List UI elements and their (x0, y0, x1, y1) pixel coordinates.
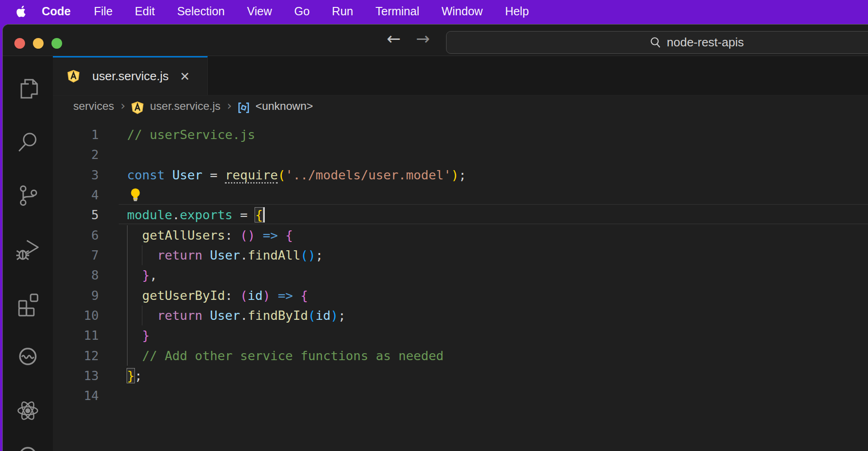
menu-item-file[interactable]: File (83, 5, 124, 18)
react-native-icon[interactable] (14, 397, 41, 424)
menu-item-window[interactable]: Window (430, 5, 494, 18)
code-token (127, 228, 142, 242)
source-control-icon[interactable] (16, 184, 40, 208)
code-token: = (233, 208, 255, 222)
extensions-icon[interactable] (14, 290, 41, 317)
circle-partial-icon[interactable] (15, 443, 41, 451)
line-content: const User = require('../models/user.mod… (127, 165, 868, 185)
code-token (278, 228, 285, 242)
code-token (127, 328, 142, 343)
search-sidebar-icon[interactable] (16, 130, 40, 154)
code-token: . (172, 208, 180, 222)
line-content: }; (127, 366, 868, 386)
line-number[interactable]: 11 (53, 325, 127, 345)
code-token (127, 248, 157, 262)
code-token: ; (459, 168, 466, 182)
line-content: getUserById: (id) => { (127, 286, 868, 305)
code-line[interactable]: 11 } (53, 325, 868, 345)
explorer-icon[interactable] (16, 76, 40, 101)
code-line[interactable]: 1// userService.js (53, 125, 868, 145)
command-center-search[interactable]: node-rest-apis (446, 31, 868, 54)
code-line[interactable]: 10 return User.findById(id); (53, 305, 868, 325)
code-line[interactable]: 6 getAllUsers: () => { (53, 225, 868, 245)
tab-user-service-js[interactable]: user.service.js ✕ (53, 56, 208, 95)
menu-item-go[interactable]: Go (283, 5, 321, 18)
close-window-button[interactable] (14, 38, 25, 49)
breadcrumb-item[interactable]: services (73, 100, 114, 113)
line-content (127, 185, 868, 205)
code-token: ( (240, 288, 248, 303)
breadcrumb-separator: › (121, 99, 125, 113)
code-line[interactable]: 14 (53, 386, 868, 406)
code-token: } (142, 328, 150, 343)
code-line[interactable]: 8 }, (53, 265, 868, 285)
code-editor[interactable]: 1// userService.js23const User = require… (53, 117, 868, 451)
code-token: findAll (248, 248, 300, 262)
navigate-back-button[interactable]: ← (387, 29, 401, 48)
line-number[interactable]: 6 (53, 225, 127, 245)
close-tab-icon[interactable]: ✕ (180, 70, 190, 83)
menu-item-help[interactable]: Help (494, 5, 540, 18)
breadcrumb-item[interactable]: <unknown> (255, 100, 313, 113)
run-and-debug-icon[interactable] (15, 236, 41, 262)
code-token: , (150, 268, 157, 282)
line-content: // userService.js (127, 125, 868, 145)
code-token: const (127, 168, 165, 182)
code-line[interactable]: 7 return User.findAll(); (53, 245, 868, 265)
apple-menu[interactable] (16, 4, 28, 18)
navigate-forward-button[interactable]: → (416, 29, 430, 48)
line-number[interactable]: 13 (53, 366, 127, 386)
code-token: ( (308, 308, 315, 323)
line-number[interactable]: 8 (53, 265, 127, 285)
search-icon (649, 36, 662, 49)
code-token: ) (308, 248, 315, 262)
line-number[interactable]: 7 (53, 245, 127, 265)
code-token: => (278, 288, 293, 303)
code-token (255, 228, 262, 242)
line-number[interactable]: 5 (53, 205, 127, 225)
code-token: ; (134, 368, 142, 383)
menu-item-view[interactable]: View (236, 5, 283, 18)
zoom-window-button[interactable] (51, 38, 62, 49)
code-token: User (210, 308, 240, 323)
code-line[interactable]: 4 (53, 185, 868, 205)
line-number[interactable]: 4 (53, 185, 127, 205)
line-number[interactable]: 3 (53, 165, 127, 185)
menu-item-terminal[interactable]: Terminal (364, 5, 430, 18)
code-line[interactable]: 5module.exports = { (53, 205, 868, 225)
code-token: User (172, 168, 203, 182)
breadcrumb: services› user.service.js› <unknown> (53, 95, 868, 117)
menu-item-code[interactable]: Code (30, 5, 83, 18)
line-number[interactable]: 1 (53, 125, 127, 145)
code-line[interactable]: 3const User = require('../models/user.mo… (53, 165, 868, 185)
line-number[interactable]: 9 (53, 286, 127, 305)
code-token: : (225, 228, 240, 242)
line-number[interactable]: 14 (53, 386, 127, 406)
editor-group: user.service.js ✕ services› user.service… (53, 56, 868, 451)
code-token: ( (278, 168, 285, 182)
code-token (165, 168, 172, 182)
breadcrumb-item[interactable]: user.service.js (150, 100, 220, 113)
line-number[interactable]: 2 (53, 145, 127, 165)
code-line[interactable]: 13}; (53, 366, 868, 386)
lightbulb-icon[interactable] (128, 187, 142, 208)
symbol-namespace-icon (237, 102, 250, 114)
code-token (127, 308, 157, 323)
line-content: return User.findById(id); (127, 305, 868, 325)
code-line[interactable]: 2 (53, 145, 868, 165)
code-token (293, 288, 300, 303)
title-bar: ← → node-rest-apis (3, 25, 868, 56)
code-token: ) (248, 228, 255, 242)
wave-extension-icon[interactable] (15, 343, 41, 369)
code-line[interactable]: 12 // Add other service functions as nee… (53, 346, 868, 366)
line-number[interactable]: 12 (53, 346, 127, 366)
code-token: => (263, 228, 278, 242)
code-token (203, 308, 210, 323)
menu-item-edit[interactable]: Edit (124, 5, 166, 18)
code-token (127, 268, 142, 282)
menu-item-selection[interactable]: Selection (166, 5, 236, 18)
code-line[interactable]: 9 getUserById: (id) => { (53, 286, 868, 305)
minimize-window-button[interactable] (33, 38, 44, 49)
line-number[interactable]: 10 (53, 305, 127, 325)
menu-item-run[interactable]: Run (321, 5, 364, 18)
